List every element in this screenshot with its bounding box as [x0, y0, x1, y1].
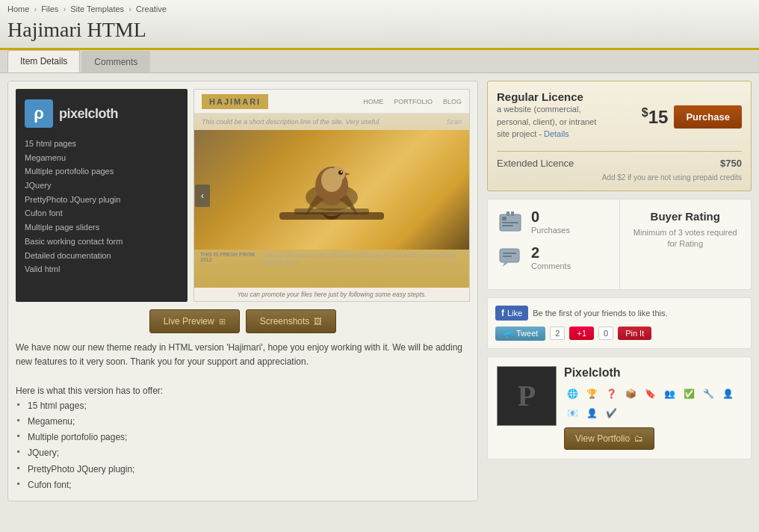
right-panel: Regular Licence a website (commercial, p… — [487, 81, 752, 501]
avatar-letter: P — [518, 378, 536, 413]
breadcrumb-home[interactable]: Home — [7, 4, 29, 13]
stats-box: 0 Purchases 2 Co — [487, 199, 752, 290]
badge-users: 👥 — [661, 386, 678, 402]
price-display: $15 — [642, 106, 669, 128]
tab-item-details[interactable]: Item Details — [7, 50, 80, 72]
list-item: Basic working contact form — [25, 235, 179, 249]
purchases-info: 0 Purchases — [531, 208, 570, 235]
extended-license-title: Extended Licence — [497, 158, 574, 169]
like-label: Like — [507, 309, 522, 318]
gplus-label: +1 — [577, 329, 586, 338]
tweet-count: 2 — [550, 327, 565, 340]
comments-icon — [497, 244, 524, 271]
list-item: Multiple page sliders — [25, 220, 179, 235]
license-extended: Extended Licence $750 — [497, 158, 742, 169]
nav-portfolio: PORTFOLIO — [394, 98, 433, 105]
license-desc: a website (commercial, personal, client)… — [497, 103, 596, 140]
mock-logo-text: HAJIMARI — [202, 94, 268, 109]
license-box: Regular Licence a website (commercial, p… — [487, 81, 752, 191]
screenshot-mockup: HAJIMARI HOME PORTFOLIO BLOG This could … — [193, 89, 470, 302]
svg-marker-6 — [345, 173, 350, 176]
tab-comments[interactable]: Comments — [81, 51, 150, 72]
badge-question: ❓ — [603, 386, 619, 402]
breadcrumb-site-templates[interactable]: Site Templates — [70, 4, 124, 13]
social-like-text: Be the first of your friends to like thi… — [533, 309, 667, 318]
stats-right: Buyer Rating Minimum of 3 votes required… — [620, 200, 752, 289]
image-icon: 🖼 — [314, 317, 322, 326]
mock-header: HAJIMARI HOME PORTFOLIO BLOG — [194, 90, 469, 114]
mock-footer: THIS IS FRESH FROM 2012 Lorem ipsum dolo… — [194, 250, 469, 267]
badge-package: 📦 — [622, 386, 639, 402]
bird-area — [194, 130, 469, 250]
svg-marker-16 — [503, 262, 509, 267]
screenshots-label: Screenshots — [260, 316, 310, 327]
list-item: PrettyPhoto JQuery plugin; — [16, 462, 470, 477]
badge-trophy: 🏆 — [583, 386, 600, 402]
logo-text: pixelcloth — [59, 102, 118, 126]
fresh-label: THIS IS FRESH FROM 2012 — [200, 252, 258, 262]
pinterest-button[interactable]: Pin It — [618, 327, 651, 340]
list-item: Detailed documentation — [25, 249, 179, 263]
breadcrumb-creative[interactable]: Creative — [136, 4, 167, 13]
main-content: ρ pixelcloth 15 html pages Megamenu Mult… — [0, 73, 759, 509]
list-item: Multiple portofolio pages; — [16, 430, 470, 445]
nav-home: HOME — [363, 98, 383, 105]
list-item: JQuery; — [16, 445, 470, 461]
author-box: P Pixelcloth 🌐 🏆 ❓ 📦 🔖 👥 ✅ 🔧 👤 📧 👤 ✔️ — [487, 356, 752, 460]
prepaid-note: Add $2 if you are not using prepaid cred… — [497, 173, 742, 182]
list-item: Multiple portofolio pages — [25, 164, 179, 179]
svg-rect-18 — [503, 256, 512, 257]
purchase-button[interactable]: Purchase — [674, 105, 742, 129]
feature-list: 15 html pages Megamenu Multiple portofol… — [25, 137, 179, 276]
mock-desc: This could be a short description line o… — [194, 114, 469, 130]
portfolio-icon: 🗂 — [634, 433, 643, 444]
mock-image-area — [194, 130, 469, 250]
svg-rect-13 — [506, 211, 509, 216]
social-box: f Like Be the first of your friends to l… — [487, 297, 752, 349]
list-item: Megamenu — [25, 151, 179, 165]
badge-globe: 🌐 — [564, 386, 580, 402]
mock-scan: Scan — [446, 118, 462, 126]
author-avatar: P — [497, 366, 557, 426]
preview-area: ρ pixelcloth 15 html pages Megamenu Mult… — [16, 89, 470, 302]
author-badges: 🌐 🏆 ❓ 📦 🔖 👥 ✅ 🔧 👤 📧 👤 ✔️ — [564, 386, 742, 421]
view-portfolio-button[interactable]: View Portfolio 🗂 — [564, 427, 654, 450]
social-like-row: f Like Be the first of your friends to l… — [495, 306, 743, 321]
details-link[interactable]: Details — [544, 129, 569, 138]
license-divider — [497, 151, 742, 152]
carousel-prev-arrow[interactable]: ‹ — [195, 185, 210, 207]
facebook-icon: f — [501, 308, 504, 318]
tweet-label: Tweet — [516, 329, 538, 338]
screenshots-button[interactable]: Screenshots 🖼 — [246, 309, 337, 333]
purchases-row: 0 Purchases — [497, 208, 610, 235]
twitter-icon: 🐦 — [503, 329, 513, 338]
svg-point-3 — [330, 167, 345, 182]
badge-email: 📧 — [564, 405, 580, 421]
bird-svg — [272, 141, 391, 238]
tweet-button[interactable]: 🐦 Tweet — [495, 327, 545, 341]
desc-list: 15 html pages; Megamenu; Multiple portof… — [16, 398, 470, 493]
comments-count: 2 — [531, 244, 571, 262]
mock-caption: You can promote your files here just by … — [194, 288, 469, 301]
comments-info: 2 Comments — [531, 244, 571, 270]
stats-left: 0 Purchases 2 Co — [488, 200, 620, 289]
comments-label: Comments — [531, 262, 571, 270]
badge-person: 👤 — [719, 386, 736, 402]
breadcrumb-files[interactable]: Files — [41, 4, 58, 13]
buyer-rating-note: Minimum of 3 votes required for Rating — [629, 227, 743, 250]
gplus-button[interactable]: +1 — [569, 327, 594, 340]
author-info: Pixelcloth 🌐 🏆 ❓ 📦 🔖 👥 ✅ 🔧 👤 📧 👤 ✔️ — [564, 366, 742, 450]
license-title-left: Regular Licence a website (commercial, p… — [497, 90, 596, 143]
logo-icon: ρ — [25, 99, 53, 128]
page-title: Hajimari HTML — [7, 18, 752, 42]
facebook-like-button[interactable]: f Like — [495, 306, 528, 321]
extended-price: $750 — [720, 158, 742, 169]
intro-text: We have now our new theme ready in HTML … — [16, 341, 470, 369]
feature-box: ρ pixelcloth 15 html pages Megamenu Mult… — [16, 89, 188, 302]
list-item: PrettyPhoto JQuery plugin — [25, 193, 179, 207]
live-preview-button[interactable]: Live Preview ⊞ — [149, 309, 240, 333]
list-item: Cufon font — [25, 206, 179, 220]
screenshot-preview: HAJIMARI HOME PORTFOLIO BLOG This could … — [193, 89, 470, 302]
purchases-icon — [497, 208, 524, 235]
tabs-bar: Item Details Comments — [0, 50, 759, 73]
